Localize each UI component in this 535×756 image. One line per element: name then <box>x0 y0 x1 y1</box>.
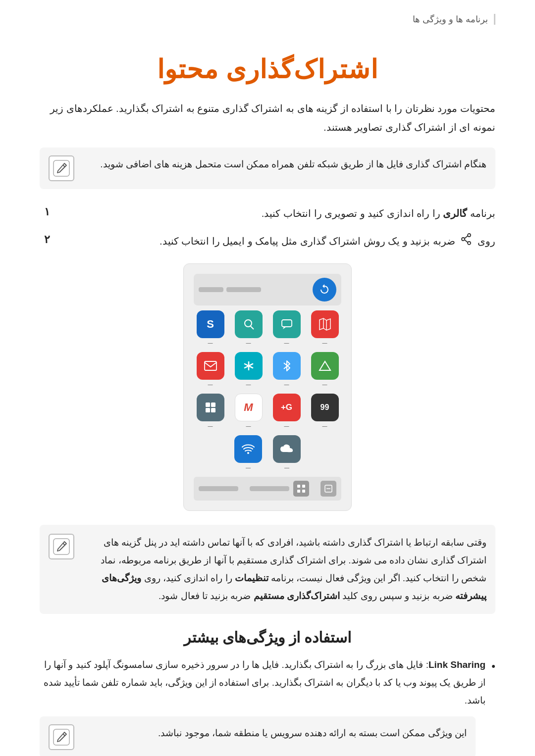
note-box-2: وقتی سابقه ارتباط یا اشتراک گذاری داشته … <box>40 525 495 614</box>
app-label: — <box>322 340 327 346</box>
app-icon-chat[interactable] <box>273 310 301 338</box>
app-icon-grid[interactable] <box>197 394 224 421</box>
svg-rect-30 <box>54 729 69 745</box>
app-icon-bt[interactable] <box>273 352 301 380</box>
app-icon-cloud[interactable] <box>273 435 301 463</box>
svg-marker-13 <box>320 361 330 370</box>
app-label: — <box>208 423 213 429</box>
step-1: ۱ برنامه گالری را راه اندازی کنید و تصوی… <box>40 204 495 223</box>
app-icon-maps[interactable] <box>311 310 339 338</box>
app-icon-wifi[interactable] <box>234 435 262 463</box>
app-icon-99[interactable]: 99 <box>311 394 339 421</box>
refresh-icon[interactable] <box>313 278 336 302</box>
app-cell[interactable]: — <box>194 394 227 429</box>
svg-line-5 <box>465 240 468 242</box>
app-icon-drive[interactable] <box>311 352 339 380</box>
svg-rect-19 <box>211 403 215 407</box>
svg-rect-29 <box>54 539 69 554</box>
note-icon-3 <box>49 724 74 750</box>
svg-point-2 <box>462 238 465 241</box>
svg-point-1 <box>468 234 471 237</box>
svg-marker-6 <box>320 318 330 330</box>
app-cell[interactable]: M — <box>232 394 265 429</box>
svg-line-12 <box>251 326 254 329</box>
note-text-1: هنگام اشتراک گذاری فایل ها از طریق شبکه … <box>82 155 486 173</box>
app-row-3: 99 — G+ — M — <box>194 394 341 429</box>
app-icon-gmail[interactable]: M <box>235 394 263 421</box>
svg-rect-26 <box>302 490 305 493</box>
svg-rect-21 <box>211 408 215 412</box>
note-icon-1 <box>49 155 74 181</box>
svg-rect-9 <box>282 320 292 327</box>
app-row-2: — — <box>194 352 341 388</box>
app-cell[interactable]: S — <box>194 310 227 346</box>
svg-rect-18 <box>206 403 210 407</box>
note-box-3: این ویژگی ممکن است بسته به ارائه دهنده س… <box>40 716 476 756</box>
bullet-1: Link Sharing: فایل های بزرگ را به اشتراک… <box>40 656 495 709</box>
step-1-text: برنامه گالری را راه اندازی کنید و تصویری… <box>61 204 495 223</box>
step-2: ۲ روی ضربه بزنید و یک روش اشتراک گذاری م… <box>40 232 495 252</box>
note-icon-2 <box>49 534 74 559</box>
app-cell[interactable]: — <box>308 310 341 346</box>
app-label: — <box>284 340 289 346</box>
app-cell[interactable]: — <box>232 310 265 346</box>
svg-rect-20 <box>206 408 210 412</box>
app-label: — <box>284 465 289 471</box>
share-icon-step2 <box>460 233 473 252</box>
app-label: — <box>246 340 251 346</box>
breadcrumb: برنامه ها و ویژگی ها <box>40 14 495 25</box>
app-icon-asterisk[interactable] <box>235 352 263 380</box>
note-text-3: این ویژگی ممکن است بسته به ارائه دهنده س… <box>82 724 467 742</box>
app-label: — <box>246 423 251 429</box>
app-cell[interactable]: 99 — <box>308 394 341 429</box>
app-cell[interactable]: — <box>194 352 227 388</box>
app-icon-gplus[interactable]: G+ <box>273 394 301 421</box>
app-grid-container: — — <box>40 263 495 511</box>
app-row-1: — — <box>194 310 341 346</box>
note-box-1: هنگام اشتراک گذاری فایل ها از طریق شبکه … <box>40 148 495 189</box>
app-cell[interactable]: — <box>270 352 303 388</box>
svg-point-3 <box>468 242 471 245</box>
app-icon-s[interactable]: S <box>197 310 224 338</box>
app-cell[interactable]: — <box>270 310 303 346</box>
app-label: — <box>246 465 251 471</box>
step-1-number: ۱ <box>40 205 54 218</box>
step-2-number: ۲ <box>40 233 54 246</box>
app-grid: — — <box>183 263 352 511</box>
app-cell[interactable]: — <box>231 435 265 471</box>
app-icon-search[interactable] <box>235 310 263 338</box>
app-cell[interactable]: — <box>270 435 304 471</box>
svg-point-11 <box>245 320 252 327</box>
step-2-text: روی ضربه بزنید و یک روش اشتراک گذاری مثل… <box>61 232 495 252</box>
page-title: اشتراک‌گذاری محتوا <box>40 54 495 84</box>
page-container: برنامه ها و ویژگی ها اشتراک‌گذاری محتوا … <box>0 0 535 756</box>
app-label: — <box>284 382 289 388</box>
svg-rect-17 <box>205 361 216 370</box>
app-label: — <box>208 382 213 388</box>
note-text-2-container: وقتی سابقه ارتباط یا اشتراک گذاری داشته … <box>82 534 486 605</box>
svg-rect-0 <box>54 160 69 176</box>
app-label: — <box>284 423 289 429</box>
app-label: — <box>322 423 327 429</box>
svg-rect-25 <box>297 490 300 493</box>
app-label: — <box>208 340 213 346</box>
app-label: — <box>322 382 327 388</box>
app-cell[interactable]: G+ — <box>270 394 303 429</box>
svg-rect-23 <box>297 485 300 488</box>
app-label: — <box>246 382 251 388</box>
svg-line-4 <box>465 236 468 238</box>
app-cell[interactable]: — <box>232 352 265 388</box>
intro-text: محتویات مورد نظرتان را با استفاده از گزی… <box>40 99 495 137</box>
svg-point-22 <box>247 452 249 454</box>
svg-rect-24 <box>302 485 305 488</box>
app-icon-email[interactable] <box>197 352 224 380</box>
app-cell[interactable]: — <box>308 352 341 388</box>
section-2-title: استفاده از ویژگی‌های بیشتر <box>40 629 495 646</box>
